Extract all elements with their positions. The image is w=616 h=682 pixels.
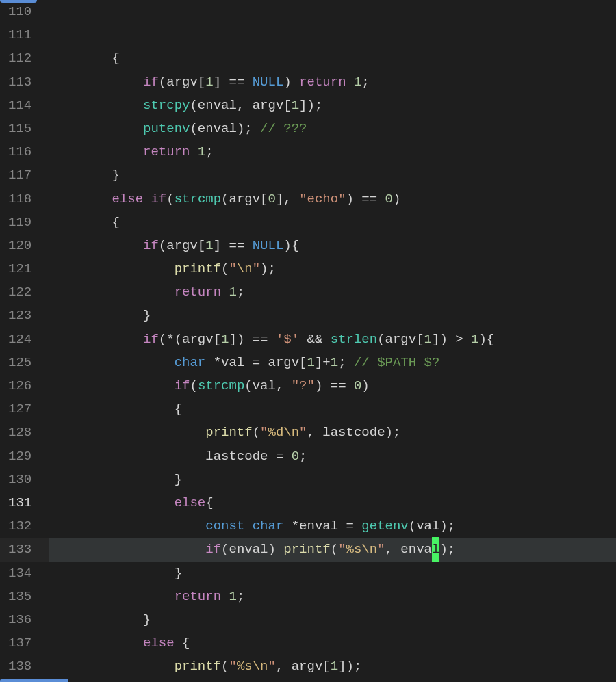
code-token: ); (439, 538, 455, 561)
code-line[interactable]: return 1; (49, 280, 616, 304)
code-token: printf (175, 257, 221, 280)
code-line[interactable]: printf("%s\n", argv[1]); (49, 655, 616, 678)
line-number: 128 (8, 421, 31, 444)
code-line[interactable]: else { (49, 631, 616, 655)
code-token: { (112, 211, 119, 234)
code-line[interactable]: else{ (49, 491, 616, 514)
line-number: 130 (8, 468, 31, 491)
code-token: return (175, 280, 221, 304)
code-token: if (143, 328, 159, 351)
code-token: printf (283, 538, 330, 561)
code-line[interactable]: if(argv[1] == NULL) return 1; (49, 70, 616, 94)
code-token: 1 (205, 234, 213, 257)
code-line[interactable]: char *val = argv[1]+1; // $PATH $? (49, 351, 616, 374)
code-token: ){ (283, 234, 299, 257)
code-line[interactable]: if(strcmp(val, "?") == 0) (49, 374, 616, 397)
code-token: 0 (292, 445, 299, 468)
code-token: ; (361, 70, 369, 94)
code-token: ) (361, 374, 369, 397)
code-line[interactable]: strcpy(enval, argv[1]); (49, 94, 616, 117)
code-line[interactable]: if(*(argv[1]) == '$' && strlen(argv[1]) … (49, 328, 616, 351)
code-line[interactable]: return 1; (49, 140, 616, 163)
code-line[interactable]: putenv(enval); // ??? (49, 117, 616, 140)
code-token: } (175, 468, 182, 491)
code-line[interactable]: return 1; (49, 678, 616, 682)
code-token: ]); (299, 94, 322, 117)
code-token: 0 (268, 187, 276, 211)
code-token: (argv[ (221, 187, 268, 211)
line-number: 120 (8, 234, 31, 257)
code-line[interactable]: if(enval) printf("%s\n", enval); (49, 538, 616, 561)
code-token: " (299, 421, 307, 444)
code-token: return (299, 70, 346, 94)
code-token: (argv[ (159, 234, 205, 257)
line-number: 132 (8, 514, 31, 538)
code-line[interactable]: return 1; (49, 585, 616, 608)
code-token: 1 (229, 585, 236, 608)
line-number: 111 (8, 23, 31, 47)
line-number: 124 (8, 328, 31, 351)
code-token (244, 514, 252, 538)
code-content-area[interactable]: { if(argv[1] == NULL) return 1; strcpy(e… (44, 0, 616, 682)
code-token: ( (221, 257, 229, 280)
code-token: lastcode = (205, 445, 291, 468)
line-number: 113 (8, 70, 31, 94)
code-token: , lastcode); (307, 421, 401, 444)
code-token: // $PATH $? (354, 351, 439, 374)
code-line[interactable]: } (49, 304, 616, 327)
line-number: 136 (8, 608, 31, 631)
line-number: 122 (8, 280, 31, 304)
scroll-indicator-top (0, 0, 37, 3)
code-token: ]); (338, 655, 361, 678)
code-token: (argv[ (377, 328, 424, 351)
code-line[interactable]: } (49, 608, 616, 631)
code-line[interactable]: { (49, 47, 616, 70)
code-line[interactable]: if(argv[1] == NULL){ (49, 234, 616, 257)
code-token: char (175, 351, 206, 374)
code-token: ) == (315, 374, 354, 397)
code-token: NULL (253, 70, 284, 94)
code-token: strcpy (143, 94, 190, 117)
line-number: 127 (8, 397, 31, 421)
code-token: && (299, 328, 331, 351)
code-line[interactable]: const char *enval = getenv(val); (49, 514, 616, 538)
code-line[interactable]: { (49, 211, 616, 234)
code-line[interactable]: { (49, 397, 616, 421)
code-token: 1 (424, 328, 432, 351)
code-token: ){ (478, 328, 494, 351)
code-token: (enval) (221, 538, 283, 561)
code-token: ); (260, 257, 276, 280)
code-token: ; (205, 140, 213, 163)
code-token: ] == (214, 70, 253, 94)
code-token: } (143, 608, 151, 631)
code-line[interactable]: printf("\n"); (49, 257, 616, 280)
code-token: " (338, 538, 346, 561)
code-line[interactable]: } (49, 562, 616, 585)
line-number: 117 (8, 163, 31, 187)
code-token: 1 (331, 655, 338, 678)
code-token: printf (175, 655, 221, 678)
line-number: 126 (8, 374, 31, 397)
code-token: " (229, 655, 236, 678)
code-token: const (205, 514, 244, 538)
code-token (221, 280, 229, 304)
line-number: 125 (8, 351, 31, 374)
code-token: " (253, 257, 260, 280)
code-line[interactable]: printf("%d\n", lastcode); (49, 421, 616, 444)
code-line[interactable]: else if(strcmp(argv[0], "echo") == 0) (49, 187, 616, 211)
code-line[interactable]: } (49, 468, 616, 491)
line-number: 131 (8, 491, 31, 514)
code-token: } (143, 304, 151, 327)
code-line[interactable]: } (49, 163, 616, 187)
code-token: 1 (471, 328, 478, 351)
code-token: else (112, 187, 143, 211)
code-token: (*(argv[ (159, 328, 221, 351)
line-number: 115 (8, 117, 31, 140)
code-line[interactable]: lastcode = 0; (49, 445, 616, 468)
code-token: strcmp (198, 374, 244, 397)
line-number: 119 (8, 211, 31, 234)
code-token: " (377, 538, 385, 561)
code-token (190, 140, 197, 163)
code-editor[interactable]: 1101111121131141151161171181191201211221… (0, 0, 616, 682)
code-token: *val = argv[ (205, 351, 307, 374)
